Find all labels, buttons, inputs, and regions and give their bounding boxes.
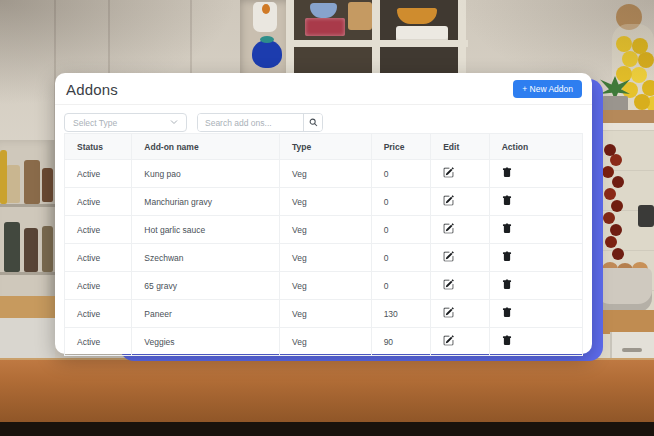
pencil-square-icon [443, 335, 454, 346]
edit-button[interactable] [443, 335, 454, 346]
cell-addon-name: Szechwan [132, 244, 280, 272]
screen: Addons + New Addon Select Type [0, 0, 654, 436]
trash-icon [502, 195, 512, 206]
delete-button[interactable] [502, 167, 512, 178]
cell-addon-name: Paneer [132, 300, 280, 328]
table-row: ActiveHot garlic sauceVeg0 [65, 216, 583, 244]
cell-price: 90 [371, 328, 431, 356]
chevron-down-icon [170, 118, 178, 128]
table-row: ActiveManchurian gravyVeg0 [65, 188, 583, 216]
header-price: Price [371, 134, 431, 160]
cell-type: Veg [279, 244, 371, 272]
pencil-square-icon [443, 167, 454, 178]
cell-edit [431, 328, 490, 356]
edit-button[interactable] [443, 251, 454, 262]
search-button[interactable] [303, 114, 322, 131]
delete-button[interactable] [502, 223, 512, 234]
pencil-square-icon [443, 223, 454, 234]
panel-header: Addons + New Addon [55, 73, 592, 105]
trash-icon [502, 335, 512, 346]
trash-icon [502, 307, 512, 318]
cell-price: 0 [371, 216, 431, 244]
cell-edit [431, 216, 490, 244]
cell-type: Veg [279, 216, 371, 244]
cell-type: Veg [279, 272, 371, 300]
cell-action [489, 300, 582, 328]
search-input[interactable] [198, 114, 303, 131]
edit-button[interactable] [443, 223, 454, 234]
table-body: ActiveKung paoVeg0ActiveManchurian gravy… [65, 160, 583, 356]
table-row: ActivePaneerVeg130 [65, 300, 583, 328]
header-addon-name: Add-on name [132, 134, 280, 160]
search-group [197, 113, 323, 132]
cell-price: 0 [371, 244, 431, 272]
cell-status: Active [65, 300, 132, 328]
table-row: Active65 gravyVeg0 [65, 272, 583, 300]
trash-icon [502, 223, 512, 234]
delete-button[interactable] [502, 251, 512, 262]
delete-button[interactable] [502, 195, 512, 206]
cell-status: Active [65, 216, 132, 244]
cell-status: Active [65, 244, 132, 272]
edit-button[interactable] [443, 195, 454, 206]
cell-action [489, 216, 582, 244]
cell-type: Veg [279, 328, 371, 356]
header-status: Status [65, 134, 132, 160]
filter-bar: Select Type [55, 105, 592, 134]
cell-status: Active [65, 272, 132, 300]
cell-edit [431, 244, 490, 272]
cell-price: 0 [371, 188, 431, 216]
cell-addon-name: Manchurian gravy [132, 188, 280, 216]
delete-button[interactable] [502, 279, 512, 290]
addons-table: Status Add-on name Type Price Edit Actio… [64, 133, 583, 356]
table-row: ActiveVeggiesVeg90 [65, 328, 583, 356]
header-edit: Edit [431, 134, 490, 160]
cell-edit [431, 300, 490, 328]
trash-icon [502, 251, 512, 262]
cell-status: Active [65, 188, 132, 216]
trash-icon [502, 279, 512, 290]
search-icon [309, 115, 318, 130]
type-select-value: Select Type [73, 118, 117, 128]
header-type: Type [279, 134, 371, 160]
edit-button[interactable] [443, 167, 454, 178]
cell-type: Veg [279, 160, 371, 188]
edit-button[interactable] [443, 279, 454, 290]
type-select[interactable]: Select Type [64, 113, 187, 132]
header-action: Action [489, 134, 582, 160]
cell-action [489, 244, 582, 272]
countertop-front-edge [0, 422, 654, 436]
cell-type: Veg [279, 300, 371, 328]
delete-button[interactable] [502, 307, 512, 318]
cell-addon-name: Hot garlic sauce [132, 216, 280, 244]
page-title: Addons [66, 81, 118, 98]
cell-status: Active [65, 160, 132, 188]
cell-edit [431, 160, 490, 188]
cell-action [489, 188, 582, 216]
cell-action [489, 272, 582, 300]
delete-button[interactable] [502, 335, 512, 346]
cell-addon-name: Kung pao [132, 160, 280, 188]
table-header-row: Status Add-on name Type Price Edit Actio… [65, 134, 583, 160]
cell-edit [431, 188, 490, 216]
cell-price: 0 [371, 272, 431, 300]
new-addon-button[interactable]: + New Addon [513, 80, 582, 98]
pencil-square-icon [443, 279, 454, 290]
cell-addon-name: 65 gravy [132, 272, 280, 300]
table-row: ActiveSzechwanVeg0 [65, 244, 583, 272]
addons-panel: Addons + New Addon Select Type [55, 73, 592, 354]
cell-addon-name: Veggies [132, 328, 280, 356]
pencil-square-icon [443, 251, 454, 262]
trash-icon [502, 167, 512, 178]
cell-action [489, 328, 582, 356]
cell-edit [431, 272, 490, 300]
cell-type: Veg [279, 188, 371, 216]
pencil-square-icon [443, 307, 454, 318]
cell-price: 130 [371, 300, 431, 328]
cell-status: Active [65, 328, 132, 356]
table-row: ActiveKung paoVeg0 [65, 160, 583, 188]
pencil-square-icon [443, 195, 454, 206]
edit-button[interactable] [443, 307, 454, 318]
wooden-countertop [0, 358, 654, 424]
cell-price: 0 [371, 160, 431, 188]
